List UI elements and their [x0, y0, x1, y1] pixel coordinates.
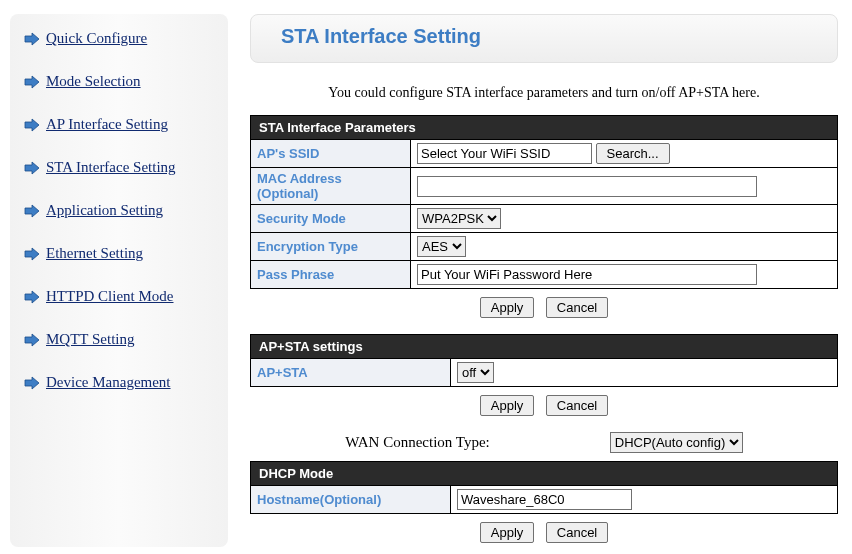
wan-type-select[interactable]: DHCP(Auto config): [610, 432, 743, 453]
encryption-type-select[interactable]: AES: [417, 236, 466, 257]
sidebar-item-ap-interface[interactable]: AP Interface Setting: [10, 110, 228, 139]
dhcp-button-row: Apply Cancel: [250, 522, 838, 543]
security-label: Security Mode: [251, 205, 411, 233]
sta-button-row: Apply Cancel: [250, 297, 838, 318]
dhcp-apply-button[interactable]: Apply: [480, 522, 535, 543]
apsta-caption: AP+STA settings: [250, 334, 838, 358]
sidebar-link-label: Ethernet Setting: [46, 245, 143, 262]
sidebar-link-label: AP Interface Setting: [46, 116, 168, 133]
apsta-button-row: Apply Cancel: [250, 395, 838, 416]
apsta-apply-button[interactable]: Apply: [480, 395, 535, 416]
apsta-select[interactable]: off: [457, 362, 494, 383]
arrow-right-icon: [24, 204, 40, 218]
sidebar-link-label: MQTT Setting: [46, 331, 134, 348]
sidebar-item-application-setting[interactable]: Application Setting: [10, 196, 228, 225]
dhcp-cancel-button[interactable]: Cancel: [546, 522, 608, 543]
sidebar-item-sta-interface[interactable]: STA Interface Setting: [10, 153, 228, 182]
sidebar-link-label: STA Interface Setting: [46, 159, 176, 176]
apsta-cancel-button[interactable]: Cancel: [546, 395, 608, 416]
arrow-right-icon: [24, 118, 40, 132]
sidebar-link-label: Device Management: [46, 374, 171, 391]
sidebar-item-httpd-client[interactable]: HTTPD Client Mode: [10, 282, 228, 311]
arrow-right-icon: [24, 376, 40, 390]
apsta-table: AP+STA settings AP+STA off: [250, 334, 838, 387]
hostname-input[interactable]: [457, 489, 632, 510]
sidebar-item-quick-configure[interactable]: Quick Configure: [10, 24, 228, 53]
sidebar: Quick Configure Mode Selection AP Interf…: [10, 14, 228, 547]
mac-label: MAC Address (Optional): [251, 168, 411, 205]
sidebar-item-device-management[interactable]: Device Management: [10, 368, 228, 397]
sidebar-link-label: Mode Selection: [46, 73, 141, 90]
passphrase-label: Pass Phrase: [251, 261, 411, 289]
wan-connection-row: WAN Connection Type: DHCP(Auto config): [250, 432, 838, 453]
sta-parameters-table: STA Interface Parameters AP's SSID Searc…: [250, 115, 838, 289]
sidebar-link-label: Application Setting: [46, 202, 163, 219]
page-title-bar: STA Interface Setting: [250, 14, 838, 63]
sidebar-item-mqtt-setting[interactable]: MQTT Setting: [10, 325, 228, 354]
sidebar-item-ethernet-setting[interactable]: Ethernet Setting: [10, 239, 228, 268]
sta-cancel-button[interactable]: Cancel: [546, 297, 608, 318]
page-description: You could configure STA interface parame…: [250, 85, 838, 101]
sidebar-item-mode-selection[interactable]: Mode Selection: [10, 67, 228, 96]
sidebar-link-label: HTTPD Client Mode: [46, 288, 174, 305]
page-title: STA Interface Setting: [281, 25, 481, 47]
hostname-label: Hostname(Optional): [251, 486, 451, 514]
arrow-right-icon: [24, 290, 40, 304]
security-mode-select[interactable]: WPA2PSK: [417, 208, 501, 229]
sidebar-link-label: Quick Configure: [46, 30, 147, 47]
arrow-right-icon: [24, 32, 40, 46]
dhcp-caption: DHCP Mode: [250, 461, 838, 485]
arrow-right-icon: [24, 247, 40, 261]
sta-apply-button[interactable]: Apply: [480, 297, 535, 318]
encryption-label: Encryption Type: [251, 233, 411, 261]
arrow-right-icon: [24, 333, 40, 347]
ssid-input[interactable]: [417, 143, 592, 164]
sta-parameters-caption: STA Interface Parameters: [250, 115, 838, 139]
search-button[interactable]: Search...: [596, 143, 670, 164]
arrow-right-icon: [24, 75, 40, 89]
dhcp-table: DHCP Mode Hostname(Optional): [250, 461, 838, 514]
mac-input[interactable]: [417, 176, 757, 197]
arrow-right-icon: [24, 161, 40, 175]
passphrase-input[interactable]: [417, 264, 757, 285]
apsta-label: AP+STA: [251, 359, 451, 387]
ssid-label: AP's SSID: [251, 140, 411, 168]
main-content: STA Interface Setting You could configur…: [250, 14, 838, 547]
wan-label: WAN Connection Type:: [345, 434, 490, 451]
